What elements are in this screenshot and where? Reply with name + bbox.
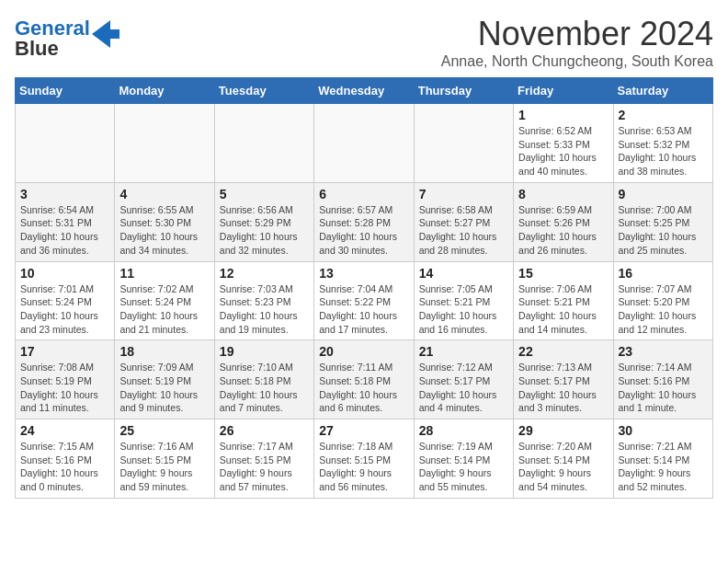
day-info: Sunrise: 6:59 AMSunset: 5:26 PMDaylight:… <box>518 203 608 258</box>
calendar-day-cell: 30Sunrise: 7:21 AMSunset: 5:14 PMDayligh… <box>613 419 712 499</box>
calendar-table: SundayMondayTuesdayWednesdayThursdayFrid… <box>15 77 713 499</box>
day-number: 21 <box>419 344 508 359</box>
logo-part2: Blue <box>15 37 59 60</box>
day-number: 18 <box>119 344 209 359</box>
weekday-header-saturday: Saturday <box>613 78 712 104</box>
calendar-day-cell: 2Sunrise: 6:53 AMSunset: 5:32 PMDaylight… <box>613 104 712 183</box>
calendar-day-cell: 24Sunrise: 7:15 AMSunset: 5:16 PMDayligh… <box>16 419 115 499</box>
calendar-day-cell <box>414 104 513 183</box>
calendar-day-cell: 20Sunrise: 7:11 AMSunset: 5:18 PMDayligh… <box>314 340 414 419</box>
day-info: Sunrise: 7:10 AMSunset: 5:18 PMDaylight:… <box>220 361 309 415</box>
calendar-day-cell: 15Sunrise: 7:06 AMSunset: 5:21 PMDayligh… <box>514 261 613 340</box>
day-info: Sunrise: 6:55 AMSunset: 5:30 PMDaylight:… <box>119 203 209 258</box>
calendar-day-cell: 11Sunrise: 7:02 AMSunset: 5:24 PMDayligh… <box>115 261 214 340</box>
subtitle: Annae, North Chungcheong, South Korea <box>441 53 713 70</box>
day-info: Sunrise: 7:15 AMSunset: 5:16 PMDaylight:… <box>20 440 109 494</box>
day-number: 22 <box>518 344 608 359</box>
calendar-day-cell: 23Sunrise: 7:14 AMSunset: 5:16 PMDayligh… <box>613 340 712 419</box>
calendar-day-cell: 8Sunrise: 6:59 AMSunset: 5:26 PMDaylight… <box>514 182 613 261</box>
day-number: 16 <box>619 266 708 281</box>
day-number: 30 <box>619 423 708 438</box>
day-info: Sunrise: 6:53 AMSunset: 5:32 PMDaylight:… <box>619 124 708 178</box>
page-header: General Blue November 2024 Annae, North … <box>15 15 713 70</box>
calendar-day-cell: 10Sunrise: 7:01 AMSunset: 5:24 PMDayligh… <box>16 261 115 340</box>
calendar-day-cell: 27Sunrise: 7:18 AMSunset: 5:15 PMDayligh… <box>314 419 414 499</box>
calendar-day-cell: 25Sunrise: 7:16 AMSunset: 5:15 PMDayligh… <box>115 419 214 499</box>
logo-icon <box>92 20 119 48</box>
day-info: Sunrise: 7:18 AMSunset: 5:15 PMDaylight:… <box>319 440 408 494</box>
day-info: Sunrise: 7:20 AMSunset: 5:14 PMDaylight:… <box>518 440 608 494</box>
weekday-header-row: SundayMondayTuesdayWednesdayThursdayFrid… <box>16 78 713 104</box>
day-number: 15 <box>518 266 608 281</box>
day-number: 9 <box>619 187 708 201</box>
day-number: 19 <box>220 344 309 359</box>
svg-marker-0 <box>92 20 119 48</box>
day-info: Sunrise: 6:57 AMSunset: 5:28 PMDaylight:… <box>319 203 408 258</box>
day-info: Sunrise: 7:03 AMSunset: 5:23 PMDaylight:… <box>220 282 309 337</box>
day-number: 3 <box>20 187 109 201</box>
day-info: Sunrise: 7:09 AMSunset: 5:19 PMDaylight:… <box>119 361 209 415</box>
calendar-week-row: 3Sunrise: 6:54 AMSunset: 5:31 PMDaylight… <box>16 182 713 261</box>
calendar-day-cell: 6Sunrise: 6:57 AMSunset: 5:28 PMDaylight… <box>314 182 414 261</box>
calendar-day-cell: 19Sunrise: 7:10 AMSunset: 5:18 PMDayligh… <box>214 340 313 419</box>
calendar-day-cell: 17Sunrise: 7:08 AMSunset: 5:19 PMDayligh… <box>16 340 115 419</box>
day-info: Sunrise: 7:21 AMSunset: 5:14 PMDaylight:… <box>619 440 708 494</box>
day-number: 1 <box>518 108 608 122</box>
day-info: Sunrise: 7:19 AMSunset: 5:14 PMDaylight:… <box>419 440 508 494</box>
calendar-day-cell: 29Sunrise: 7:20 AMSunset: 5:14 PMDayligh… <box>514 419 613 499</box>
day-info: Sunrise: 7:00 AMSunset: 5:25 PMDaylight:… <box>619 203 708 258</box>
day-info: Sunrise: 7:17 AMSunset: 5:15 PMDaylight:… <box>220 440 309 494</box>
weekday-header-wednesday: Wednesday <box>314 78 414 104</box>
day-number: 23 <box>619 344 708 359</box>
day-info: Sunrise: 7:01 AMSunset: 5:24 PMDaylight:… <box>20 282 109 337</box>
day-number: 14 <box>419 266 508 281</box>
calendar-week-row: 17Sunrise: 7:08 AMSunset: 5:19 PMDayligh… <box>16 340 713 419</box>
day-number: 12 <box>220 266 309 281</box>
day-info: Sunrise: 6:56 AMSunset: 5:29 PMDaylight:… <box>220 203 309 258</box>
logo-text: General Blue <box>15 18 90 59</box>
calendar-day-cell <box>16 104 115 183</box>
calendar-day-cell: 26Sunrise: 7:17 AMSunset: 5:15 PMDayligh… <box>214 419 313 499</box>
day-number: 11 <box>119 266 209 281</box>
calendar-day-cell: 9Sunrise: 7:00 AMSunset: 5:25 PMDaylight… <box>613 182 712 261</box>
calendar-day-cell: 16Sunrise: 7:07 AMSunset: 5:20 PMDayligh… <box>613 261 712 340</box>
day-info: Sunrise: 7:02 AMSunset: 5:24 PMDaylight:… <box>119 282 209 337</box>
day-number: 13 <box>319 266 408 281</box>
day-info: Sunrise: 6:58 AMSunset: 5:27 PMDaylight:… <box>419 203 508 258</box>
day-number: 24 <box>20 423 109 438</box>
day-info: Sunrise: 7:12 AMSunset: 5:17 PMDaylight:… <box>419 361 508 415</box>
calendar-day-cell <box>115 104 214 183</box>
day-number: 2 <box>619 108 708 122</box>
day-number: 20 <box>319 344 408 359</box>
weekday-header-thursday: Thursday <box>414 78 513 104</box>
calendar-day-cell: 5Sunrise: 6:56 AMSunset: 5:29 PMDaylight… <box>214 182 313 261</box>
calendar-day-cell: 22Sunrise: 7:13 AMSunset: 5:17 PMDayligh… <box>514 340 613 419</box>
calendar-day-cell <box>314 104 414 183</box>
day-info: Sunrise: 6:54 AMSunset: 5:31 PMDaylight:… <box>20 203 109 258</box>
day-number: 10 <box>20 266 109 281</box>
day-number: 7 <box>419 187 508 201</box>
calendar-day-cell: 21Sunrise: 7:12 AMSunset: 5:17 PMDayligh… <box>414 340 513 419</box>
calendar-day-cell: 7Sunrise: 6:58 AMSunset: 5:27 PMDaylight… <box>414 182 513 261</box>
day-info: Sunrise: 7:08 AMSunset: 5:19 PMDaylight:… <box>20 361 109 415</box>
day-number: 4 <box>119 187 209 201</box>
day-number: 27 <box>319 423 408 438</box>
weekday-header-friday: Friday <box>514 78 613 104</box>
calendar-week-row: 1Sunrise: 6:52 AMSunset: 5:33 PMDaylight… <box>16 104 713 183</box>
title-area: November 2024 Annae, North Chungcheong, … <box>441 15 713 70</box>
calendar-day-cell: 4Sunrise: 6:55 AMSunset: 5:30 PMDaylight… <box>115 182 214 261</box>
day-info: Sunrise: 7:07 AMSunset: 5:20 PMDaylight:… <box>619 282 708 337</box>
day-number: 28 <box>419 423 508 438</box>
day-number: 6 <box>319 187 408 201</box>
calendar-day-cell: 12Sunrise: 7:03 AMSunset: 5:23 PMDayligh… <box>214 261 313 340</box>
calendar-week-row: 24Sunrise: 7:15 AMSunset: 5:16 PMDayligh… <box>16 419 713 499</box>
day-info: Sunrise: 7:06 AMSunset: 5:21 PMDaylight:… <box>518 282 608 337</box>
day-info: Sunrise: 7:11 AMSunset: 5:18 PMDaylight:… <box>319 361 408 415</box>
logo: General Blue <box>15 18 119 59</box>
day-number: 26 <box>220 423 309 438</box>
day-number: 25 <box>119 423 209 438</box>
day-info: Sunrise: 7:14 AMSunset: 5:16 PMDaylight:… <box>619 361 708 415</box>
calendar-day-cell: 18Sunrise: 7:09 AMSunset: 5:19 PMDayligh… <box>115 340 214 419</box>
weekday-header-sunday: Sunday <box>16 78 115 104</box>
day-number: 5 <box>220 187 309 201</box>
